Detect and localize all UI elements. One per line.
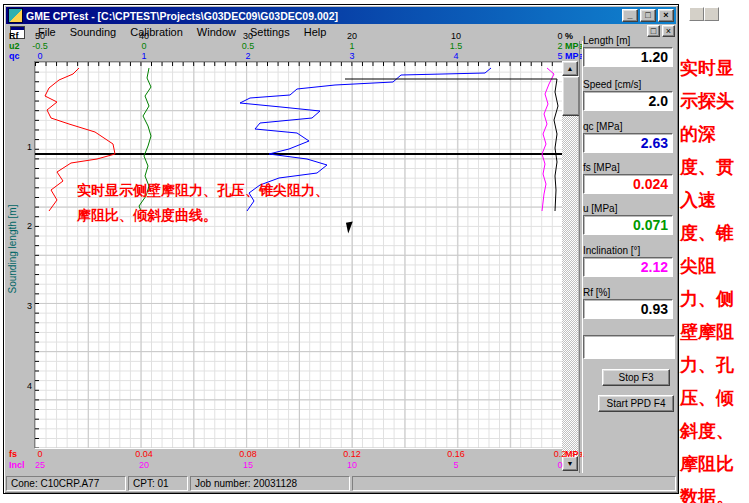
u-value: 0.071	[583, 215, 673, 235]
axis-tick: 25	[35, 460, 45, 470]
fs-label: fs [MPa]	[583, 162, 673, 173]
inclination-value: 2.12	[583, 257, 673, 277]
qc-value-text: 2.63	[641, 135, 668, 151]
speed-field: Speed [cm/s] 2.0	[583, 79, 673, 111]
axis-tick: 1.5	[450, 41, 463, 51]
y-axis-title: Sounding length [m]	[7, 189, 19, 309]
scroll-up-icon: ▲	[567, 65, 574, 72]
axis-tick: 0.5	[242, 41, 255, 51]
start-ppd-button[interactable]: Start PPD F4	[598, 395, 674, 412]
qc-label: qc [MPa]	[583, 121, 673, 132]
status-cone: Cone: C10CRP.A77	[6, 476, 126, 491]
side-note: 实时显示探头的深度、贯入速度、锥尖阻力、侧壁摩阻力、孔压、倾斜度、摩阻比数据。	[680, 52, 749, 503]
axis-tick: 2	[557, 41, 562, 51]
axis-tick: 30	[243, 31, 253, 41]
depth-tick-3: 3	[18, 301, 32, 311]
external-maximize-button[interactable]	[704, 7, 719, 21]
qc-value: 2.63	[583, 133, 673, 153]
window-title: GME CPTest - [C:\CPTEST\Projects\G03DEC0…	[26, 10, 622, 22]
plot-scrollbar[interactable]: ▲ ▼	[562, 61, 578, 471]
app-window: GME CPTest - [C:\CPTEST\Projects\G03DEC0…	[3, 4, 679, 494]
axis-tick: 0.16	[447, 449, 465, 459]
u2-axis-ticks: -0.500.511.52	[4, 41, 580, 51]
axis-row-u2: u2 -0.500.511.52 MPa	[4, 41, 580, 51]
incl-axis-ticks: 2520151050	[4, 460, 580, 470]
sounding-plot: 实时显示侧壁摩阻力、孔压、锥尖阻力、 摩阻比、倾斜度曲线。	[34, 61, 564, 449]
length-value: 1.20	[583, 47, 673, 67]
u-label: u [MPa]	[583, 203, 673, 214]
scroll-up-button[interactable]: ▲	[562, 61, 578, 76]
fs-value: 0.024	[583, 174, 673, 194]
inclination-value-text: 2.12	[641, 259, 668, 275]
status-cpt: CPT: 01	[128, 476, 188, 491]
window-controls: _ □ ×	[622, 9, 674, 22]
depth-tick-4: 4	[18, 381, 32, 391]
length-field: Length [m] 1.20	[583, 35, 673, 67]
axis-tick: 0	[557, 31, 562, 41]
inclination-label: Inclination [°]	[583, 245, 673, 256]
axis-tick: 1	[349, 41, 354, 51]
title-bar[interactable]: GME CPTest - [C:\CPTEST\Projects\G03DEC0…	[6, 7, 676, 24]
axis-tick: 20	[139, 460, 149, 470]
rf-axis-ticks: 50403020100	[4, 31, 580, 41]
axis-row-incl: Incl 2520151050	[4, 460, 580, 470]
axis-tick: 4	[453, 51, 458, 61]
length-label: Length [m]	[583, 35, 673, 46]
external-minimize-button[interactable]	[689, 7, 704, 21]
axis-tick: 40	[139, 31, 149, 41]
status-job-number: Job number: 20031128	[190, 476, 350, 491]
axis-tick: 1	[141, 51, 146, 61]
axis-tick: 0	[141, 41, 146, 51]
axis-tick: 0	[557, 460, 562, 470]
axis-tick: 10	[347, 460, 357, 470]
axis-tick: 5	[557, 51, 562, 61]
axis-tick: 10	[451, 31, 461, 41]
speed-value-text: 2.0	[649, 93, 668, 109]
fs-field: fs [MPa] 0.024	[583, 162, 673, 194]
inclination-field: Inclination [°] 2.12	[583, 245, 673, 277]
speed-value: 2.0	[583, 91, 673, 111]
rf-field: Rf [%] 0.93	[583, 287, 673, 319]
depth-tick-1: 1	[18, 142, 32, 152]
page: GME CPTest - [C:\CPTEST\Projects\G03DEC0…	[0, 0, 749, 503]
axis-tick: 0.08	[239, 449, 257, 459]
plot-curves	[35, 62, 563, 448]
axis-tick: 0.12	[343, 449, 361, 459]
axis-tick: -0.5	[32, 41, 48, 51]
app-icon	[8, 8, 23, 23]
maximize-button[interactable]: □	[640, 9, 656, 22]
rf-value-text: 0.93	[641, 301, 668, 317]
inclination-curve	[542, 68, 554, 211]
rf-label: Rf [%]	[583, 287, 673, 298]
depth-tick-2: 2	[18, 221, 32, 231]
axis-tick: 15	[243, 460, 253, 470]
axis-row-qc: qc 012345 MPa	[4, 51, 580, 61]
axis-tick: 2	[245, 51, 250, 61]
axis-tick: 3	[349, 51, 354, 61]
u-value-text: 0.071	[633, 217, 668, 233]
fs-value-text: 0.024	[633, 176, 668, 192]
speed-label: Speed [cm/s]	[583, 79, 673, 90]
stop-button[interactable]: Stop F3	[602, 369, 670, 386]
close-button[interactable]: ×	[658, 9, 674, 22]
qc-axis-ticks: 012345	[4, 51, 580, 61]
axis-tick: 20	[347, 31, 357, 41]
axis-tick: 5	[453, 460, 458, 470]
axis-row-fs: fs 00.040.080.120.160.2 MPa	[4, 449, 580, 459]
scrollbar-thumb[interactable]	[562, 76, 580, 116]
status-bar: Cone: C10CRP.A77 CPT: 01 Job number: 200…	[6, 476, 676, 491]
fs-axis-ticks: 00.040.080.120.160.2	[4, 449, 580, 459]
rf-axis-unit: %	[565, 31, 573, 41]
rf-value: 0.93	[583, 299, 673, 319]
message-box	[583, 335, 675, 359]
plot-annotation: 实时显示侧壁摩阻力、孔压、锥尖阻力、 摩阻比、倾斜度曲线。	[77, 178, 422, 228]
axis-row-rf: Rf 50403020100 %	[4, 31, 580, 41]
status-empty	[352, 476, 676, 491]
axis-tick: 50	[35, 31, 45, 41]
length-value-text: 1.20	[641, 49, 668, 65]
axis-tick: 0	[37, 51, 42, 61]
axis-tick: 0	[37, 449, 42, 459]
u-field: u [MPa] 0.071	[583, 203, 673, 235]
qc-field: qc [MPa] 2.63	[583, 121, 673, 153]
minimize-button[interactable]: _	[622, 9, 638, 22]
